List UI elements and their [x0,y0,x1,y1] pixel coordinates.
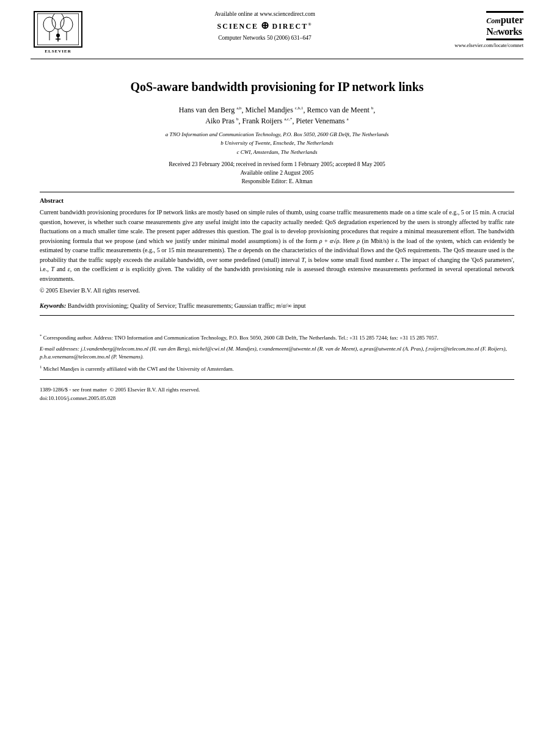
sciencedirect-logo: SCIENCE ⊕ DIRECT® [98,20,432,31]
main-content: QoS-aware bandwidth provisioning for IP … [0,59,554,333]
elsevier-brand-text: ELSEVIER [45,49,71,54]
cn-logo-text: Computer Networks [486,14,523,37]
page: ELSEVIER Available online at www.science… [0,0,554,756]
computer-networks-logo: Computer Networks www.elsevier.com/locat… [444,11,523,48]
abstract-text: Current bandwidth provisioning procedure… [40,208,514,283]
available-online-text: Available online at www.sciencedirect.co… [98,11,432,17]
affil-a: a TNO Information and Communication Tech… [40,130,514,139]
abstract-title: Abstract [40,197,514,204]
keywords-label: Keywords: [40,302,66,309]
journal-info-text: Computer Networks 50 (2006) 631–647 [98,35,432,41]
authors: Hans van den Berg a,b, Michel Mandjes c,… [40,104,514,126]
footnote-emails: E-mail addresses: j.l.vandenberg@telecom… [40,345,514,362]
keywords-text: Bandwidth provisioning; Quality of Servi… [68,302,306,309]
copyright-line: © 2005 Elsevier B.V. All rights reserved… [40,287,514,294]
svg-point-7 [56,34,60,37]
paper-title: QoS-aware bandwidth provisioning for IP … [40,79,514,95]
affil-c: c CWI, Amsterdam, The Netherlands [40,148,514,156]
received-dates: Received 23 February 2004; received in r… [40,161,514,167]
center-header: Available online at www.sciencedirect.co… [86,11,444,41]
keywords-divider-bottom [40,315,514,316]
abstract-divider-top [40,192,514,192]
elsevier-url-text: www.elsevier.com/locate/comnet [444,42,523,48]
header: ELSEVIER Available online at www.science… [0,0,554,54]
abstract-section: Abstract Current bandwidth provisioning … [40,197,514,294]
affil-b: b University of Twente, Enschede, The Ne… [40,139,514,147]
cn-logo-box: Computer Networks [486,11,523,40]
responsible-editor: Responsible Editor: E. Altman [40,178,514,184]
issn-line: 1389-1286/$ - see front matter © 2005 El… [40,386,514,394]
lower-divider [40,379,514,380]
footnote-1: 1 Michel Mandjes is currently affiliated… [40,364,514,374]
affiliations: a TNO Information and Communication Tech… [40,130,514,156]
footnote-star: * Corresponding author. Address: TNO Inf… [40,333,514,343]
elsevier-logo: ELSEVIER [31,11,86,54]
elsevier-tree-icon [37,13,79,45]
doi-line: doi:10.1016/j.comnet.2005.05.028 [40,394,514,403]
footnotes-area: * Corresponding author. Address: TNO Inf… [0,333,554,409]
elsevier-logo-box [34,11,82,48]
keywords: Keywords: Bandwidth provisioning; Qualit… [40,301,514,310]
available-online-date: Available online 2 August 2005 [40,170,514,176]
